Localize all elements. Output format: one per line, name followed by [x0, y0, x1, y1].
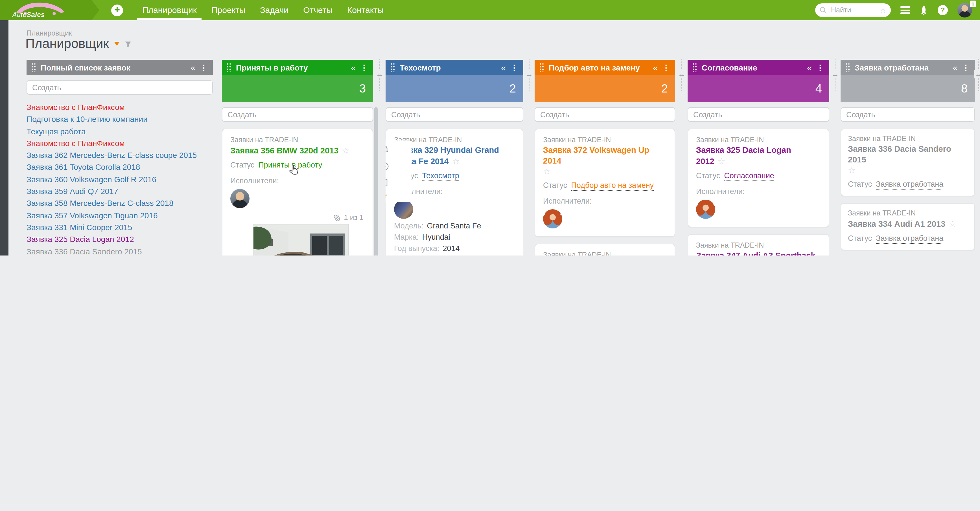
- star-icon[interactable]: ☆: [949, 219, 956, 229]
- column-resize-handle[interactable]: ↔: [835, 59, 835, 91]
- attachment-thumbnail[interactable]: JPG18.jpg: [253, 224, 349, 256]
- nav-item-5[interactable]: Контакты: [340, 0, 391, 20]
- task-card[interactable]: Заявки на TRADE-INЗаявка 372 Volkswagen …: [535, 129, 675, 237]
- create-task-input[interactable]: [535, 107, 675, 122]
- column-menu-icon[interactable]: ⋮: [200, 63, 208, 72]
- nav-item-4[interactable]: Отчеты: [296, 0, 340, 20]
- column-resize-handle[interactable]: ↔: [379, 59, 380, 91]
- task-card[interactable]: Заявки на TRADE-INЗаявка 329 Hyundai Gra…: [385, 129, 523, 256]
- card-title[interactable]: Заявка 336 Dacia Sandero 2015☆: [848, 144, 967, 175]
- column-scrollbar[interactable]: [374, 107, 378, 256]
- card-title[interactable]: Заявка 372 Volkswagen Up 2014☆: [543, 145, 667, 176]
- drag-handle-icon[interactable]: [31, 63, 36, 72]
- task-list-item[interactable]: Заявка 362 Mercedes-Benz E-class coupe 2…: [27, 149, 213, 162]
- create-task-input[interactable]: [385, 107, 523, 122]
- add-circle-icon[interactable]: [385, 162, 389, 171]
- planner-select-caret-icon[interactable]: [114, 42, 120, 46]
- task-list-item[interactable]: Заявка 358 Mercedes-Benz C-class 2018: [27, 198, 213, 210]
- drag-handle-icon[interactable]: [692, 63, 697, 72]
- card-title[interactable]: Заявка 356 BMW 320d 2013☆: [230, 145, 365, 156]
- filter-icon[interactable]: [125, 41, 132, 48]
- collapse-column-icon[interactable]: «: [501, 63, 506, 72]
- card-title[interactable]: Заявка 329 Hyundai Grand Santa Fe 2014☆: [394, 145, 515, 167]
- collapse-column-icon[interactable]: «: [191, 63, 195, 72]
- star-icon[interactable]: ☆: [452, 156, 460, 166]
- task-list-item[interactable]: Заявка 331 Mini Cooper 2015: [27, 222, 213, 234]
- nav-item-2[interactable]: Проекты: [204, 0, 253, 20]
- car-photo-thumbnail[interactable]: JPG: [253, 224, 349, 256]
- collapse-column-icon[interactable]: «: [653, 63, 658, 72]
- nav-item-3[interactable]: Задачи: [253, 0, 296, 20]
- column-menu-icon[interactable]: ⋮: [816, 63, 824, 72]
- task-list-item[interactable]: Заявка 357 Volkswagen Tiguan 2016: [27, 209, 213, 222]
- rocket-icon[interactable]: [920, 5, 928, 16]
- expand-triangle-icon[interactable]: [385, 195, 387, 198]
- column-menu-icon[interactable]: ⋮: [510, 63, 518, 72]
- task-list-item[interactable]: Заявка 361 Toyota Corolla 2018: [27, 162, 213, 174]
- column-menu-icon[interactable]: ⋮: [360, 63, 368, 72]
- status-link[interactable]: Заявка отработана: [876, 180, 943, 189]
- drag-handle-icon[interactable]: [539, 63, 544, 72]
- task-card[interactable]: Заявки на TRADE-INЗаявка 325 Dacia Logan…: [687, 129, 829, 227]
- task-card[interactable]: Заявки на TRADE-INЗаявка 347 Audi A3 Spo…: [687, 234, 829, 256]
- column-header[interactable]: Приняты в работу«⋮: [222, 60, 373, 75]
- status-link[interactable]: Согласование: [724, 171, 774, 181]
- column-header[interactable]: Заявка отработана«⋮: [840, 60, 975, 75]
- column-menu-icon[interactable]: ⋮: [962, 63, 970, 72]
- star-icon[interactable]: ☆: [342, 146, 350, 155]
- collapse-column-icon[interactable]: «: [953, 63, 958, 72]
- task-list-item[interactable]: Знакомство с ПланФиксом: [27, 138, 213, 150]
- collapse-column-icon[interactable]: «: [351, 63, 356, 72]
- card-title[interactable]: Заявка 347 Audi A3 Sportback 2013☆: [696, 251, 821, 256]
- star-icon[interactable]: ☆: [543, 167, 667, 176]
- task-list-item[interactable]: Заявка 325 Dacia Logan 2012: [27, 234, 213, 246]
- create-task-input[interactable]: [840, 107, 975, 122]
- column-menu-icon[interactable]: ⋮: [662, 63, 670, 72]
- drag-handle-icon[interactable]: [390, 63, 395, 72]
- column-header[interactable]: Согласование«⋮: [687, 60, 829, 75]
- star-icon[interactable]: ☆: [718, 156, 725, 166]
- card-title-text: Заявка 347 Audi A3 Sportback 2013: [696, 251, 815, 256]
- task-list-item[interactable]: Заявка 360 Volkswagen Golf R 2016: [27, 174, 213, 186]
- autosales-logo[interactable]: AutoSales: [0, 0, 99, 20]
- drag-handle-icon[interactable]: [226, 63, 231, 72]
- column-resize-handle[interactable]: ↔: [978, 59, 979, 91]
- search-favorites-icon[interactable]: ☆: [880, 6, 886, 14]
- menu-icon[interactable]: [900, 6, 910, 14]
- task-list-item[interactable]: Заявка 336 Dacia Sandero 2015: [27, 246, 213, 256]
- status-link[interactable]: Подбор авто на замену: [571, 181, 654, 190]
- nav-item-1[interactable]: Планировщик: [135, 0, 204, 20]
- enter-task-icon[interactable]: [385, 178, 388, 187]
- status-link[interactable]: Заявка отработана: [876, 234, 943, 244]
- column-header[interactable]: Подбор авто на замену«⋮: [535, 60, 675, 75]
- column-header[interactable]: Техосмотр«⋮: [385, 60, 523, 75]
- task-card[interactable]: Заявки на TRADE-INЗаявка 334 Audi A1 201…: [840, 203, 975, 251]
- status-link[interactable]: Техосмотр: [422, 171, 459, 181]
- left-collapsed-panel[interactable]: [0, 20, 8, 256]
- create-task-input[interactable]: [27, 80, 213, 95]
- card-title[interactable]: Заявка 325 Dacia Logan 2012☆: [696, 145, 821, 167]
- task-card[interactable]: Заявки на TRADE-INЗаявка 356 BMW 320d 20…: [222, 129, 373, 256]
- executors-label: Исполнители:: [394, 187, 515, 196]
- column-resize-handle[interactable]: ↔: [681, 59, 682, 91]
- task-list-item[interactable]: Знакомство с ПланФиксом: [27, 102, 213, 114]
- card-title[interactable]: Заявка 334 Audi A1 2013☆: [848, 218, 967, 230]
- star-icon[interactable]: ☆: [848, 165, 967, 175]
- task-list-item[interactable]: Заявка 359 Audi Q7 2017: [27, 186, 213, 198]
- column-header[interactable]: Полный список заявок«⋮: [27, 60, 213, 75]
- create-task-input[interactable]: [222, 107, 373, 122]
- search-input[interactable]: [830, 6, 873, 15]
- task-list-item[interactable]: Подготовка к 10-летию компании: [27, 114, 213, 126]
- task-card[interactable]: Заявки на TRADE-INЗаявка 356 Mercedes-Be…: [535, 244, 675, 256]
- add-button[interactable]: +: [111, 4, 123, 16]
- help-icon[interactable]: ?: [938, 5, 948, 15]
- user-avatar[interactable]: 1: [958, 3, 972, 17]
- drag-handle-icon[interactable]: [845, 63, 850, 72]
- collapse-column-icon[interactable]: «: [807, 63, 812, 72]
- task-list-item[interactable]: Текущая работа: [27, 125, 213, 138]
- notify-bell-icon[interactable]: [385, 145, 389, 154]
- column-resize-handle[interactable]: ↔: [529, 59, 530, 91]
- search-box[interactable]: ☆: [815, 3, 891, 17]
- create-task-input[interactable]: [687, 107, 829, 122]
- task-card[interactable]: Заявки на TRADE-INЗаявка 336 Dacia Sande…: [840, 129, 975, 196]
